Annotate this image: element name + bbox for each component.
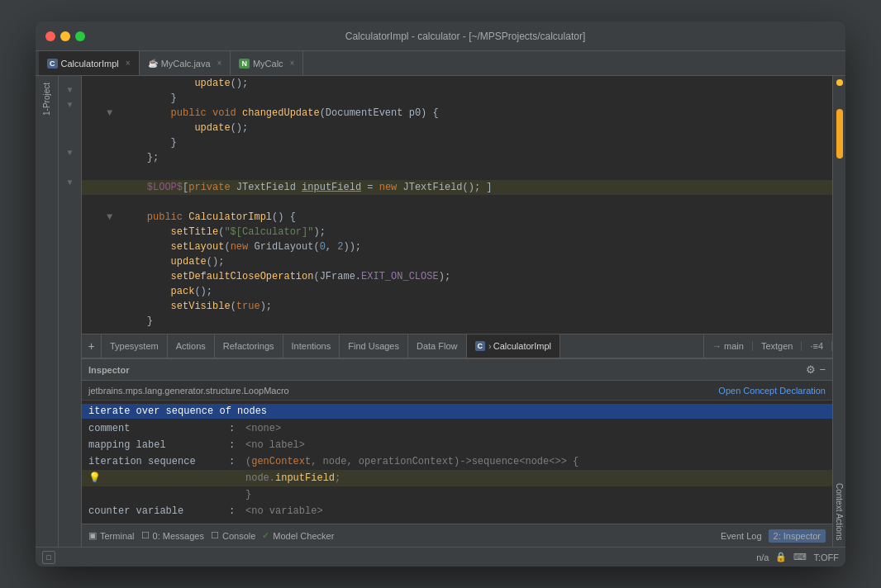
data-flow-label: Data Flow xyxy=(417,341,458,351)
inspector-section: iterate over sequence of nodes xyxy=(82,404,832,419)
row-colon: : xyxy=(229,504,245,519)
keyboard-icon[interactable]: ⌨ xyxy=(793,552,807,562)
row-label: 💡 xyxy=(88,471,229,486)
status-bar: □ n/a 🔒 ⌨ T:OFF xyxy=(36,547,845,567)
tab-mycalc[interactable]: N MyCalc × xyxy=(231,51,303,75)
code-line: ▼ public void changedUpdate(DocumentEven… xyxy=(82,106,832,121)
code-content: public void changedUpdate(DocumentEvent … xyxy=(120,106,832,121)
bulb-icon[interactable]: 💡 xyxy=(88,472,101,484)
model-checker-label: Model Checker xyxy=(273,531,334,541)
n-icon: N xyxy=(239,59,250,69)
messages-label: 0: Messages xyxy=(153,531,204,541)
maximize-button[interactable] xyxy=(75,31,85,41)
terminal-icon: ▣ xyxy=(88,530,97,541)
event-log-tool[interactable]: Event Log xyxy=(721,531,762,541)
textgen-label: Textgen xyxy=(761,341,793,351)
code-line: setTitle("$[Calculator]"); xyxy=(82,225,832,239)
inspector-tool[interactable]: 2: Inspector xyxy=(769,529,826,543)
fold-icon-1[interactable]: ▼ xyxy=(66,83,74,97)
minimize-button[interactable] xyxy=(60,31,70,41)
nav-display: n/a xyxy=(756,552,769,562)
code-line: }; xyxy=(82,150,832,165)
pin-icon[interactable]: − xyxy=(819,363,826,376)
code-content: update(); xyxy=(120,121,832,135)
fold-icon-4[interactable]: ▼ xyxy=(66,175,74,190)
open-concept-link[interactable]: Open Concept Declaration xyxy=(718,386,826,396)
tab-close-icon[interactable]: × xyxy=(126,59,131,68)
row-label: comment xyxy=(88,421,229,436)
tab-label: MyCalc xyxy=(253,59,283,69)
gear-icon[interactable]: ⚙ xyxy=(806,363,816,376)
tab-calculator-impl[interactable]: C CalculatorImpl × xyxy=(39,51,140,75)
fold-btn[interactable]: ▼ xyxy=(107,210,120,225)
tab-find-usages[interactable]: Find Usages xyxy=(340,334,408,358)
tab-calculator-impl-aspect[interactable]: C › CalculatorImpl xyxy=(467,334,560,358)
tab-label: MyCalc.java xyxy=(161,59,211,69)
inspector-row-mapping: mapping label : <no label> xyxy=(82,437,832,453)
lock-icon: 🔒 xyxy=(775,552,787,562)
inspector-row-counter: counter variable : <no variable> xyxy=(82,503,832,519)
code-line: ▼ public CalculatorImpl() { xyxy=(82,210,832,225)
code-editor[interactable]: update(); } ▼ public void changedUpdate(… xyxy=(82,76,832,334)
row-value: <none> xyxy=(245,421,281,436)
fold-icon-2[interactable]: ▼ xyxy=(66,97,74,112)
inspector-panel: Inspector ⚙ − jetbrains.mps.lang.generat… xyxy=(82,358,832,524)
code-line: } xyxy=(82,91,832,106)
tab-data-flow[interactable]: Data Flow xyxy=(408,334,467,358)
status-left: □ xyxy=(42,551,55,564)
row-label: iteration sequence xyxy=(88,454,229,469)
code-line: setVisible(true); xyxy=(82,299,832,314)
sidebar-project-label[interactable]: 1-Project xyxy=(42,76,51,122)
fold-icon-3[interactable]: ▼ xyxy=(66,145,74,160)
code-line xyxy=(82,195,832,210)
code-content: update(); xyxy=(120,254,832,269)
nav-icon[interactable]: □ xyxy=(42,551,55,564)
concept-path: jetbrains.mps.lang.generator.structure.L… xyxy=(88,386,289,396)
right-tabs: → main Textgen ·≡4 xyxy=(703,334,832,358)
code-line: } xyxy=(82,314,832,329)
intentions-label: Intentions xyxy=(292,341,331,351)
inspector-content: iterate over sequence of nodes comment :… xyxy=(82,401,832,524)
context-actions-label[interactable]: Context Actions xyxy=(835,477,844,547)
code-line: update(); xyxy=(82,121,832,135)
messages-tool[interactable]: ☐ 0: Messages xyxy=(141,530,204,541)
code-content: update(); xyxy=(120,76,832,91)
inspector-header: Inspector ⚙ − xyxy=(82,359,832,381)
toggle-display[interactable]: T:OFF xyxy=(813,552,839,562)
fold-btn[interactable]: ▼ xyxy=(107,106,120,121)
tools-left: ▣ Terminal ☐ 0: Messages ☐ Console ✓ Mod… xyxy=(88,530,334,541)
traffic-lights xyxy=(45,31,85,41)
tab-textgen[interactable]: Textgen xyxy=(753,341,802,351)
model-checker-tool[interactable]: ✓ Model Checker xyxy=(262,530,334,541)
model-checker-icon: ✓ xyxy=(262,530,269,541)
tab-actions[interactable]: Actions xyxy=(168,334,215,358)
add-tab-button[interactable]: + xyxy=(82,334,102,358)
code-content: public CalculatorImpl() { xyxy=(120,210,832,225)
tab-typesystem[interactable]: Typesystem xyxy=(102,334,168,358)
right-sidebar: Context Actions xyxy=(832,76,845,547)
code-content xyxy=(120,165,832,180)
row-colon: : xyxy=(229,438,245,453)
close-button[interactable] xyxy=(45,31,55,41)
row-value: <no label> xyxy=(245,438,305,453)
row-colon: : xyxy=(229,454,245,469)
inspector-row-close: } xyxy=(82,486,832,503)
row-value: node.inputField; xyxy=(245,471,340,486)
tools-bar: ▣ Terminal ☐ 0: Messages ☐ Console ✓ Mod… xyxy=(82,524,832,547)
code-content: setTitle("$[Calculator]"); xyxy=(120,225,832,239)
tab-refactorings[interactable]: Refactorings xyxy=(215,334,283,358)
terminal-tool[interactable]: ▣ Terminal xyxy=(88,530,135,541)
scrollbar-thumb[interactable] xyxy=(836,109,843,159)
status-right: n/a 🔒 ⌨ T:OFF xyxy=(756,552,839,562)
tab-close-icon[interactable]: × xyxy=(290,59,295,68)
tab-mycalc-java[interactable]: ☕ MyCalc.java × xyxy=(140,51,231,75)
row-colon: : xyxy=(229,421,245,436)
editor-area: update(); } ▼ public void changedUpdate(… xyxy=(82,76,832,547)
tab-main[interactable]: → main xyxy=(704,341,753,351)
tab-intentions[interactable]: Intentions xyxy=(283,334,340,358)
tab-close-icon[interactable]: × xyxy=(217,59,222,68)
tab-overflow[interactable]: ·≡4 xyxy=(802,341,832,351)
console-tool[interactable]: ☐ Console xyxy=(211,530,255,541)
main-label: main xyxy=(724,341,744,351)
row-label: counter variable xyxy=(88,504,229,519)
